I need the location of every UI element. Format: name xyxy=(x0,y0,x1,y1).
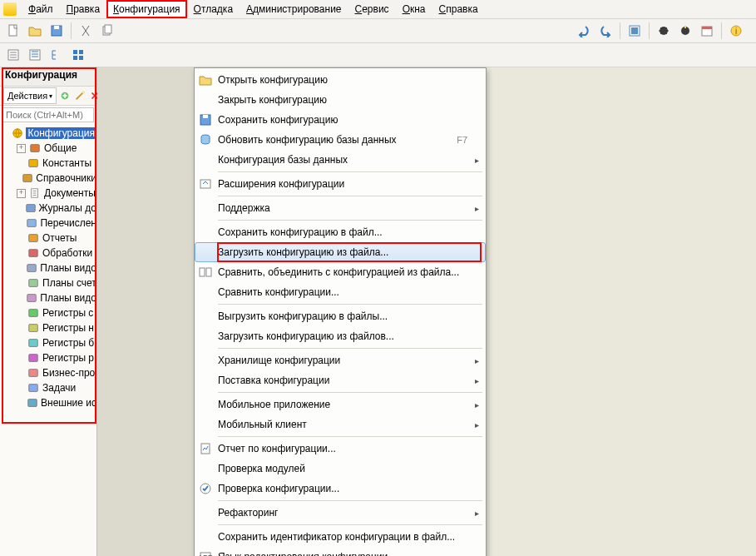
add-icon[interactable] xyxy=(58,87,72,104)
menu-окна[interactable]: Окна xyxy=(396,0,432,18)
tree-item[interactable]: Планы видо xyxy=(0,290,96,305)
tree-item[interactable]: Отчеты xyxy=(0,231,96,246)
submenu-arrow-icon: ▸ xyxy=(471,204,481,213)
help-icon[interactable]: i xyxy=(726,21,746,41)
expand-icon[interactable]: + xyxy=(17,189,26,198)
sidebar-actions-button[interactable]: Действия▾ xyxy=(3,87,57,104)
tree-item[interactable]: Планы видо xyxy=(0,261,96,276)
menu-item[interactable]: Сохранить конфигурацию xyxy=(195,110,486,130)
svg-rect-45 xyxy=(206,268,211,276)
globe-icon xyxy=(12,127,23,140)
debug-icon[interactable] xyxy=(654,21,674,41)
menu-item[interactable]: Выгрузить конфигурацию в файлы... xyxy=(195,306,486,326)
menu-item[interactable]: Поставка конфигурации▸ xyxy=(195,370,486,390)
menu-item-label: Сохранить конфигурацию xyxy=(215,114,471,126)
tree-item[interactable]: Задачи xyxy=(0,380,96,395)
tree-item-label: Планы видо xyxy=(40,262,96,274)
list-icon[interactable] xyxy=(25,45,45,65)
menu-файл[interactable]: Файл xyxy=(22,0,60,18)
menu-item[interactable]: Конфигурация базы данных▸ xyxy=(195,150,486,170)
menu-конфигурация[interactable]: Конфигурация xyxy=(106,0,187,18)
tree-item[interactable]: Планы счет xyxy=(0,276,96,290)
tree-item[interactable]: Регистры б xyxy=(0,335,96,350)
tree-item[interactable]: Регистры с xyxy=(0,305,96,320)
props-icon[interactable] xyxy=(3,45,23,65)
tree-item[interactable]: Обработки xyxy=(0,246,96,261)
expand-icon xyxy=(17,280,24,287)
filter-icon[interactable] xyxy=(625,21,645,41)
menu-item[interactable]: Хранилище конфигурации▸ xyxy=(195,350,486,370)
menu-item[interactable]: Загрузить конфигурацию из файлов... xyxy=(195,326,486,346)
tree-item-label: Планы видо xyxy=(40,292,96,304)
menu-item[interactable]: Закрыть конфигурацию xyxy=(195,90,486,110)
new-file-icon[interactable] xyxy=(3,21,23,41)
menu-item[interactable]: Отчет по конфигурации... xyxy=(195,439,486,459)
svg-text:i: i xyxy=(735,27,737,36)
book-icon xyxy=(22,171,33,185)
menu-правка[interactable]: Правка xyxy=(60,0,107,18)
menu-сервис[interactable]: Сервис xyxy=(348,0,396,18)
menu-item[interactable]: Проверка конфигурации... xyxy=(195,479,486,499)
menu-item[interactable]: АБВЯзык редактирования конфигурации... xyxy=(195,547,486,556)
expand-icon xyxy=(17,220,23,227)
sidebar-search xyxy=(2,107,94,122)
expand-icon[interactable]: + xyxy=(17,144,26,153)
menu-item[interactable]: Сравнить, объединить с конфигурацией из … xyxy=(195,262,486,282)
menu-справка[interactable]: Справка xyxy=(432,0,485,18)
menu-администрирование[interactable]: Администрирование xyxy=(240,0,348,18)
menu-item-label: Конфигурация базы данных xyxy=(215,154,471,166)
tree-item[interactable]: Внешние ис xyxy=(0,395,96,410)
config-tree[interactable]: Конфигурация+ОбщиеКонстантыСправочники+Д… xyxy=(0,124,96,556)
save-icon[interactable] xyxy=(47,21,67,41)
wand-icon[interactable] xyxy=(73,87,86,104)
menu-отладка[interactable]: Отладка xyxy=(187,0,240,18)
cut-icon[interactable] xyxy=(76,21,96,41)
tree-item[interactable]: Справочники xyxy=(0,171,96,186)
menu-item[interactable]: Рефакторинг▸ xyxy=(195,503,486,523)
menu-item[interactable]: Проверка модулей xyxy=(195,459,486,479)
menu-item-label: Закрыть конфигурацию xyxy=(215,94,471,106)
menu-item[interactable]: Сохранить конфигурацию в файл... xyxy=(195,222,486,242)
search-input[interactable] xyxy=(2,107,94,122)
save-icon xyxy=(196,113,215,127)
tree-item[interactable]: Журналы до xyxy=(0,201,96,216)
tree-item[interactable]: Бизнес-про xyxy=(0,365,96,380)
redo-icon[interactable] xyxy=(595,21,615,41)
tree-icon[interactable] xyxy=(47,45,67,65)
expand-icon xyxy=(17,370,24,377)
menu-item[interactable]: Обновить конфигурацию базы данныхF7 xyxy=(195,130,486,150)
tree-item[interactable]: Перечислен xyxy=(0,216,96,231)
menu-item-label: Сравнить конфигурации... xyxy=(215,286,471,298)
tree-item[interactable]: +Документы xyxy=(0,186,96,201)
menu-item-label: Язык редактирования конфигурации... xyxy=(215,551,471,556)
menu-item[interactable]: Открыть конфигурацию xyxy=(195,70,486,90)
start-debug-icon[interactable] xyxy=(675,21,695,41)
submenu-arrow-icon: ▸ xyxy=(471,509,481,518)
menu-separator xyxy=(218,392,482,393)
undo-icon[interactable] xyxy=(574,21,594,41)
menu-item[interactable]: Сравнить конфигурации... xyxy=(195,282,486,302)
open-file-icon[interactable] xyxy=(25,21,45,41)
menu-item[interactable]: Загрузить конфигурацию из файла... xyxy=(195,242,486,262)
enum-icon xyxy=(26,216,37,230)
tree-item[interactable]: Регистры р xyxy=(0,350,96,365)
menu-item[interactable]: Поддержка▸ xyxy=(195,198,486,218)
copy-icon[interactable] xyxy=(97,21,117,41)
menu-item[interactable]: Мобильное приложение▸ xyxy=(195,395,486,415)
tree-item[interactable]: Константы xyxy=(0,156,96,171)
grid-icon[interactable] xyxy=(68,45,88,65)
menu-item[interactable]: Расширения конфигурации xyxy=(195,174,486,194)
svg-rect-30 xyxy=(27,265,37,272)
doc-icon xyxy=(28,186,42,200)
tree-item[interactable]: +Общие xyxy=(0,141,96,156)
svg-point-20 xyxy=(82,91,86,94)
tree-item[interactable]: Конфигурация xyxy=(0,126,96,141)
menu-item[interactable]: Сохранить идентификатор конфигурации в ф… xyxy=(195,527,486,547)
tree-item-label: Задачи xyxy=(42,382,76,394)
tree-item[interactable]: Регистры н xyxy=(0,320,96,335)
menu-item-label: Сохранить конфигурацию в файл... xyxy=(215,226,471,238)
calendar-icon[interactable] xyxy=(697,21,717,41)
preview-panel xyxy=(440,67,756,556)
menu-item[interactable]: Мобильный клиент▸ xyxy=(195,415,486,434)
menu-item-label: Проверка модулей xyxy=(215,463,471,474)
